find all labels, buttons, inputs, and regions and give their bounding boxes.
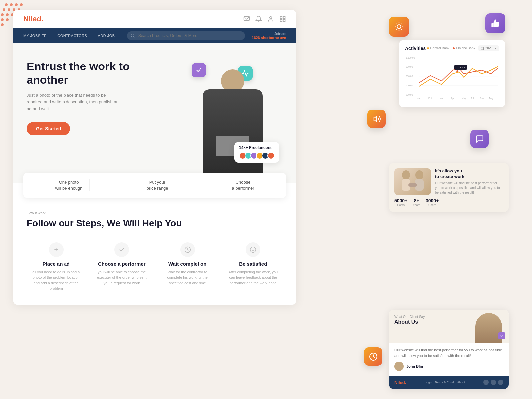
place-ad-desc: all you need to do is upload a photo of … [30,269,82,291]
brand-dot: . [41,15,43,23]
wait-completion-name: Wait completion [161,261,214,267]
activities-header: Activities Central Bank Finland Bank 202… [405,45,499,51]
svg-text:500,00: 500,00 [406,84,413,87]
footer-link-terms[interactable]: Terms & Cond. [435,381,455,384]
footer-link-about[interactable]: About [457,381,465,384]
megaphone-float-icon[interactable] [367,110,386,128]
lower-section: How it work Follow our Steps, We Will He… [13,198,296,305]
bottom-testimonial-card: What Our Client Say About Us Our website… [389,310,509,389]
svg-point-8 [250,247,256,253]
svg-rect-51 [408,183,417,187]
hero-text: Entrust the work to another Just a photo… [27,60,143,135]
search-input[interactable] [127,31,245,40]
bell-icon[interactable] [255,16,262,22]
svg-point-11 [397,25,401,29]
choose-performer-icon [114,242,129,257]
bottom-card-heading: About Us [394,319,425,326]
search-icon [130,33,135,38]
svg-rect-4 [280,20,282,22]
stat-users-label: Users [426,203,439,207]
be-satisfied-name: Be satisfied [227,261,280,267]
place-ad-name: Place an ad [30,261,82,267]
svg-line-18 [396,29,397,30]
badge-title: 14k+ Freelancers [239,145,275,150]
reviewer-name: John Blin [406,364,423,368]
stat-years-label: Years [413,203,420,207]
social-icon-1[interactable] [483,380,489,385]
mid-right-desc: Our website will find the best performer… [435,181,503,195]
clock-float-icon[interactable] [364,347,382,366]
jobsite-label: Jobsite: [252,32,286,36]
nav-item-contractors[interactable]: CONTRACTORS [52,28,92,43]
step-choose-performer: Choose a performer you will be able to c… [92,239,152,295]
footer-brand-dot: . [405,380,406,385]
top-bar: Niled. [13,10,296,28]
step-label-photo: One photowill be enough [55,179,82,191]
section-label: How it work [27,211,283,215]
person-body [203,89,263,183]
sun-float-icon[interactable] [389,17,409,37]
section-title: Follow our Steps, We Will Help You [27,218,283,229]
nav-item-add-job[interactable]: ADD JOB [92,28,120,43]
brand-name: Niled [23,15,41,23]
svg-line-19 [401,24,402,24]
search-container [127,31,245,40]
message-icon[interactable] [243,16,250,22]
step-item-price: Put yourprice range [140,179,175,191]
svg-marker-20 [373,116,376,121]
social-icon-3[interactable] [498,380,503,385]
user-icon[interactable] [267,16,274,22]
date-badge[interactable]: 2021 [478,45,499,51]
avatar-row: + [239,152,275,159]
chart-legend: Central Bank Finland Bank [427,46,475,50]
grid-icon[interactable] [279,16,286,22]
step-label-price: Put yourprice range [146,179,168,191]
step-label-performer: Choosea performer [232,179,254,191]
bottom-card-body: Our website will find the best performer… [389,343,509,376]
get-started-button[interactable]: Get Started [27,122,70,135]
svg-text:Jul: Jul [471,96,474,99]
chat-float-icon[interactable] [470,130,489,148]
footer-social [483,380,503,385]
testimonial-body: Our website will find the best performer… [394,347,503,358]
svg-point-6 [131,34,134,37]
svg-point-47 [402,170,410,180]
bottom-card-subtitle: What Our Client Say [394,315,425,319]
steps-bar: One photowill be enough Put yourprice ra… [23,173,286,198]
activities-title: Activities [405,46,426,51]
hero-person [190,60,276,183]
svg-text:900,00: 900,00 [406,66,413,68]
activities-card: Activities Central Bank Finland Bank 202… [399,40,505,107]
footer-logo: Niled. [394,380,406,385]
step-wait-completion: Wait completion Wait for the contractor … [158,239,217,295]
legend-label-central: Central Bank [430,46,450,50]
reviewer-avatar [394,362,404,371]
bottom-card-footer: Niled. Login Terms & Cond. About [389,376,509,389]
step-place-ad: + Place an ad all you need to do is uplo… [27,239,86,295]
hero-title: Entrust the work to another [27,60,143,87]
footer-link-login[interactable]: Login [425,381,432,384]
mid-right-content: It's allow youto create work Our website… [394,168,503,195]
hero-subtitle: Just a photo of the place that needs to … [27,92,120,113]
thumbs-up-float-icon[interactable] [485,13,505,33]
svg-point-36 [456,70,458,72]
svg-rect-2 [280,17,282,19]
hero-section: Entrust the work to another Just a photo… [13,43,296,183]
step-be-satisfied: Be satisfied After completing the work, … [224,239,283,295]
wait-completion-icon [180,242,195,257]
nav-item-my-jobsite[interactable]: MY JOBSITE [23,28,52,43]
svg-rect-5 [283,20,285,22]
choose-performer-name: Choose a performer [96,261,148,267]
social-icon-2[interactable] [491,380,496,385]
footer-links: Login Terms & Cond. About [425,381,465,384]
logo: Niled. [23,15,43,23]
choose-performer-desc: you will be able to choose the executer … [96,269,148,286]
bottom-card-hero: What Our Client Say About Us [389,310,509,343]
mid-right-text: It's allow youto create work Our website… [435,168,503,195]
step-item-photo: One photowill be enough [48,179,89,191]
mid-right-heading: It's allow youto create work [435,168,503,180]
be-satisfied-desc: After completing the work, you can leave… [227,269,280,286]
stat-posts-num: 5000+ [394,198,407,203]
svg-text:01 April: 01 April [457,66,465,69]
svg-text:Aug: Aug [489,96,493,99]
